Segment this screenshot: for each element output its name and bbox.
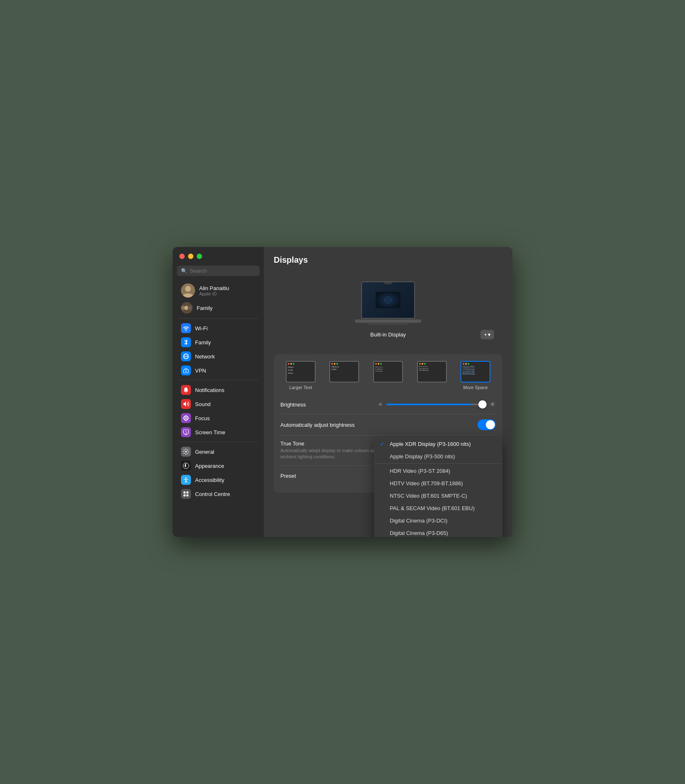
svg-rect-14 — [183, 491, 186, 494]
checkmark-icon: ✓ — [380, 440, 386, 447]
sidebar-item-controlcentre[interactable]: Control Centre — [175, 487, 261, 501]
sidebar-item-general[interactable]: General — [175, 445, 261, 459]
page-title: Displays — [274, 255, 502, 265]
controlcentre-icon — [181, 489, 191, 499]
general-icon — [181, 447, 191, 457]
svg-point-9 — [186, 371, 187, 372]
laptop-base — [355, 319, 421, 323]
dropdown-label-xdr: Apple XDR Display (P3-1600 nits) — [390, 441, 471, 447]
minimize-button[interactable] — [188, 254, 193, 259]
avatar — [181, 283, 195, 298]
user-subtitle: Apple ID — [199, 291, 229, 296]
add-display-button[interactable]: + ▾ — [480, 330, 494, 339]
user-profile-item[interactable]: Alin Panaitiu Apple ID — [175, 281, 261, 300]
dropdown-item-cinema-d65[interactable]: ✓ Digital Cinema (P3-D65) — [374, 527, 502, 537]
sidebar-item-family[interactable]: Family — [175, 300, 261, 316]
sidebar-item-wifi[interactable]: Wi-Fi — [175, 321, 261, 335]
svg-rect-16 — [183, 494, 186, 496]
auto-brightness-toggle[interactable] — [478, 419, 496, 430]
brightness-label: Brightness — [280, 402, 306, 408]
sound-icon — [181, 399, 191, 409]
dropdown-item-xdr[interactable]: ✓ Apple XDR Display (P3-1600 nits) — [374, 438, 502, 450]
preset-dropdown-menu: ✓ Apple XDR Display (P3-1600 nits) ✓ App… — [374, 438, 502, 537]
preset-screen-4: Here's to the cones who see trules. And … — [417, 361, 447, 382]
dropdown-item-cinema-dci[interactable]: ✓ Digital Cinema (P3-DCI) — [374, 514, 502, 527]
focus-icon — [181, 413, 191, 423]
sidebar-item-vpn[interactable]: VPN — [175, 363, 261, 377]
sidebar-item-accessibility[interactable]: Accessibility — [175, 473, 261, 487]
display-name: Built-in Display — [353, 332, 424, 338]
preset-screen-2: Here's totroubl... — [329, 361, 359, 382]
sidebar-label-notifications: Notifications — [195, 387, 224, 393]
dropdown-item-pal[interactable]: ✓ PAL & SECAM Video (BT.601 EBU) — [374, 502, 502, 514]
sidebar: 🔍 Alin Panaitiu Apple ID — [173, 247, 264, 537]
preset-screen-1: Here'sto thecrazy... — [286, 361, 316, 382]
sidebar-label-vpn: VPN — [195, 368, 206, 374]
svg-point-4 — [188, 306, 192, 310]
preset-item-3[interactable]: Here's to ttroublemaones who... — [368, 361, 408, 390]
preset-label-1: Larger Text — [289, 385, 312, 390]
close-button[interactable] — [179, 254, 185, 259]
laptop-foot — [367, 323, 409, 325]
sidebar-item-notifications[interactable]: Notifications — [175, 383, 261, 397]
main-content: Displays — [264, 247, 512, 537]
dropdown-item-ntsc[interactable]: ✓ NTSC Video (BT.601 SMPTE-C) — [374, 489, 502, 502]
dropdown-label-hdr: HDR Video (P3-ST 2084) — [390, 468, 450, 474]
search-box[interactable]: 🔍 — [177, 266, 260, 276]
sidebar-label-sound: Sound — [195, 401, 211, 407]
sidebar-label-controlcentre: Control Centre — [195, 491, 230, 497]
preset-item-more-space[interactable]: Here's to the crazy ontroublemakers. The… — [455, 361, 496, 390]
resolution-presets: Here'sto thecrazy... Larger Text Here's … — [280, 361, 496, 390]
sidebar-label-general: General — [195, 449, 214, 455]
system-preferences-window: 🔍 Alin Panaitiu Apple ID — [173, 247, 512, 537]
dropdown-item-hdtv[interactable]: ✓ HDTV Video (BT.709-BT.1886) — [374, 477, 502, 489]
svg-rect-17 — [186, 494, 188, 496]
notifications-icon — [181, 385, 191, 395]
sidebar-label-wifi: Wi-Fi — [195, 325, 207, 332]
sidebar-label-accessibility: Accessibility — [195, 477, 224, 483]
brightness-row: Brightness ☀ ☀ — [280, 395, 496, 414]
brightness-slider[interactable] — [386, 404, 486, 405]
preset-item-4[interactable]: Here's to the cones who see trules. And … — [412, 361, 452, 390]
screentime-icon — [181, 427, 191, 437]
sidebar-label-network: Network — [195, 353, 215, 360]
auto-brightness-row: Automatically adjust brightness — [280, 414, 496, 436]
dropdown-label-cinema-dci: Digital Cinema (P3-DCI) — [390, 518, 447, 524]
preset-item-2[interactable]: Here's totroubl... — [324, 361, 365, 390]
traffic-lights — [173, 254, 264, 266]
display-name-row: Built-in Display + ▾ — [282, 330, 494, 339]
sidebar-item-screentime[interactable]: Screen Time — [175, 425, 261, 439]
dropdown-label-pal: PAL & SECAM Video (BT.601 EBU) — [390, 505, 475, 511]
preset-label-5: More Space — [463, 385, 488, 390]
sidebar-item-network[interactable]: Network — [175, 349, 261, 363]
search-icon: 🔍 — [181, 268, 187, 274]
svg-rect-15 — [186, 491, 188, 494]
sidebar-label-focus: Focus — [195, 415, 210, 421]
divider-2 — [178, 380, 258, 380]
sidebar-item-focus[interactable]: Focus — [175, 411, 261, 425]
brightness-fill — [386, 404, 471, 405]
dropdown-divider-1 — [374, 463, 502, 464]
dropdown-label-ntsc: NTSC Video (BT.601 SMPTE-C) — [390, 493, 467, 499]
sidebar-item-appearance[interactable]: Appearance — [175, 459, 261, 473]
network-icon — [181, 351, 191, 361]
preset-item-larger-text[interactable]: Here'sto thecrazy... Larger Text — [280, 361, 321, 390]
search-input[interactable] — [190, 268, 256, 274]
sidebar-item-sound[interactable]: Sound — [175, 397, 261, 411]
sidebar-label-family: Family — [197, 305, 212, 311]
slider-thumb[interactable] — [478, 400, 487, 409]
bluetooth-icon — [181, 337, 191, 347]
accessibility-icon — [181, 475, 191, 485]
brightness-low-icon: ☀ — [378, 401, 383, 408]
auto-brightness-label: Automatically adjust brightness — [280, 422, 355, 428]
brightness-control[interactable]: ☀ ☀ — [306, 400, 496, 409]
brightness-high-icon: ☀ — [489, 400, 496, 409]
sidebar-item-bluetooth[interactable]: Family — [175, 335, 261, 349]
dropdown-item-apple500[interactable]: ✓ Apple Display (P3-500 nits) — [374, 450, 502, 462]
svg-point-13 — [186, 477, 187, 479]
maximize-button[interactable] — [197, 254, 202, 259]
preset-label-main: Preset — [280, 473, 296, 479]
divider-1 — [178, 318, 258, 319]
toggle-knob — [486, 420, 495, 429]
dropdown-item-hdr[interactable]: ✓ HDR Video (P3-ST 2084) — [374, 465, 502, 477]
